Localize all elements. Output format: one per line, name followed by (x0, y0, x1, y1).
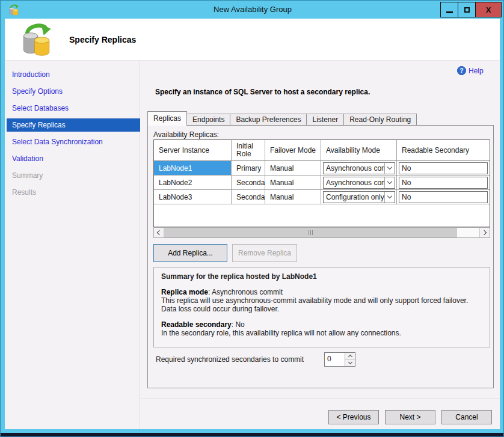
readable-secondary-select[interactable]: No (399, 177, 488, 189)
window-body: Specify Replicas Introduction Specify Op… (5, 19, 500, 429)
replicas-tab-panel: Availability Replicas: Server Instance I… (147, 125, 494, 388)
tab-bar: Replicas Endpoints Backup Preferences Li… (147, 111, 417, 126)
column-header-initial-role[interactable]: Initial Role (232, 140, 265, 161)
spinner-value[interactable]: 0 (325, 353, 345, 366)
required-secondaries-spinner[interactable]: 0 (324, 352, 355, 367)
sidebar-item-select-data-synchronization[interactable]: Select Data Synchronization (7, 135, 140, 148)
chevron-down-icon (384, 163, 395, 174)
chevron-down-icon (384, 177, 395, 188)
chevron-up-icon (348, 355, 352, 359)
column-header-availability-mode[interactable]: Availability Mode (321, 140, 397, 161)
close-icon: X (486, 5, 491, 14)
chevron-down-icon (348, 360, 352, 364)
column-header-server-instance[interactable]: Server Instance (154, 140, 232, 161)
replica-mode-value: : Asynchronous commit (208, 288, 283, 296)
summary-replica-mode: Replica mode: Asynchronous commit This r… (161, 288, 482, 313)
minimize-button[interactable] (440, 2, 458, 17)
availability-group-icon (21, 23, 52, 57)
summary-readable-secondary: Readable secondary: No In the secondary … (161, 320, 482, 337)
cell-server-instance[interactable]: LabNode2 (154, 176, 232, 190)
tab-read-only-routing[interactable]: Read-Only Routing (344, 114, 417, 126)
cancel-button[interactable]: Cancel (441, 410, 492, 424)
summary-title: Summary for the replica hosted by LabNod… (161, 272, 482, 281)
tab-backup-preferences[interactable]: Backup Preferences (230, 114, 307, 126)
minimize-icon (446, 11, 453, 13)
footer-divider (141, 399, 500, 399)
sidebar-item-specify-options[interactable]: Specify Options (7, 85, 140, 98)
help-icon: ? (457, 66, 466, 75)
maximize-icon (464, 7, 470, 13)
required-secondaries-label: Required synchronized secondaries to com… (156, 355, 304, 364)
tab-endpoints[interactable]: Endpoints (187, 114, 230, 126)
availability-replicas-grid: Server Instance Initial Role Failover Mo… (153, 139, 490, 227)
readable-secondary-description: In the secondary role, this availability… (161, 329, 401, 337)
tab-replicas[interactable]: Replicas (147, 111, 187, 126)
sidebar-item-introduction[interactable]: Introduction (7, 68, 140, 81)
sidebar-item-select-databases[interactable]: Select Databases (7, 102, 140, 115)
chevron-right-icon (482, 230, 487, 235)
table-row[interactable]: LabNode2 Secondary Manual Asynchronous c… (154, 176, 490, 190)
sidebar-item-summary: Summary (7, 169, 140, 182)
maximize-button[interactable] (458, 2, 475, 17)
scroll-right-button[interactable] (479, 228, 490, 237)
scroll-left-button[interactable] (154, 228, 164, 237)
replica-summary-panel: Summary for the replica hosted by LabNod… (153, 267, 490, 347)
sidebar-item-validation[interactable]: Validation (7, 152, 140, 165)
readable-secondary-value: : No (232, 320, 245, 329)
grid-header-row: Server Instance Initial Role Failover Mo… (154, 140, 490, 161)
cell-failover-mode[interactable]: Manual (265, 190, 321, 204)
tab-listener[interactable]: Listener (307, 114, 344, 126)
window-title: New Availability Group (1, 1, 504, 19)
cell-initial-role[interactable]: Secondary (232, 190, 265, 204)
close-button[interactable]: X (475, 2, 502, 17)
help-label: Help (469, 67, 484, 75)
previous-button[interactable]: < Previous (328, 410, 379, 424)
cell-server-instance[interactable]: LabNode3 (154, 190, 232, 204)
availability-mode-select[interactable]: Asynchronous commit (323, 177, 395, 189)
readable-secondary-select[interactable]: No (399, 191, 488, 203)
horizontal-scrollbar[interactable] (153, 227, 490, 238)
spin-up-button[interactable] (345, 353, 355, 360)
readable-secondary-label: Readable secondary (161, 320, 232, 329)
wizard-content: ? Help Specify an instance of SQL Server… (141, 61, 500, 429)
cell-initial-role[interactable]: Primary (232, 161, 265, 176)
cell-initial-role[interactable]: Secondary (232, 176, 265, 190)
help-link[interactable]: ? Help (457, 66, 484, 75)
scrollbar-thumb[interactable] (164, 228, 457, 237)
wizard-steps-sidebar: Introduction Specify Options Select Data… (5, 61, 140, 429)
wizard-header: Specify Replicas (5, 19, 500, 61)
window-bottom-edge (1, 433, 504, 436)
next-button[interactable]: Next > (385, 410, 435, 424)
column-header-failover-mode[interactable]: Failover Mode (265, 140, 321, 161)
replica-mode-label: Replica mode (161, 288, 208, 296)
page-title: Specify Replicas (69, 19, 136, 61)
readable-secondary-select[interactable]: No (399, 162, 488, 174)
column-header-readable-secondary[interactable]: Readable Secondary (397, 140, 490, 161)
availability-mode-select[interactable]: Asynchronous commit (323, 162, 395, 174)
availability-mode-select[interactable]: Configuration only (323, 191, 395, 203)
spin-down-button[interactable] (345, 360, 355, 367)
title-bar[interactable]: New Availability Group X (1, 1, 504, 19)
replica-mode-description: This replica will use asynchronous-commi… (161, 296, 468, 313)
cell-server-instance[interactable]: LabNode1 (154, 161, 232, 176)
chevron-left-icon (157, 230, 162, 235)
grip-icon (309, 230, 313, 235)
table-row[interactable]: LabNode3 Secondary Manual Configuration … (154, 190, 490, 204)
cell-failover-mode[interactable]: Manual (265, 176, 321, 190)
instruction-text: Specify an instance of SQL Server to hos… (155, 88, 370, 96)
sidebar-item-results: Results (7, 186, 140, 199)
remove-replica-button: Remove Replica (232, 244, 297, 262)
add-replica-button[interactable]: Add Replica... (153, 244, 227, 262)
chevron-down-icon (384, 192, 395, 203)
wizard-window: New Availability Group X Specify Replica… (0, 0, 504, 437)
sidebar-item-specify-replicas[interactable]: Specify Replicas (7, 118, 140, 132)
availability-replicas-label: Availability Replicas: (153, 130, 219, 139)
cell-failover-mode[interactable]: Manual (265, 161, 321, 176)
table-row[interactable]: LabNode1 Primary Manual Asynchronous com… (154, 161, 490, 176)
